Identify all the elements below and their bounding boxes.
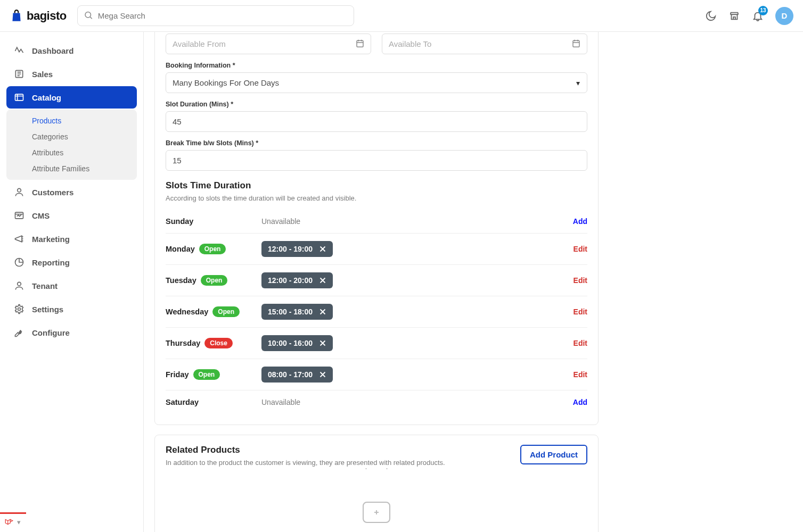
day-column: Sunday — [166, 217, 251, 226]
slot-content: Unavailable — [261, 217, 562, 226]
sidebar-item-configure[interactable]: Configure — [6, 321, 137, 344]
slot-row: WednesdayOpen15:00 - 18:00Edit — [166, 296, 587, 327]
remove-slot-icon[interactable] — [318, 370, 327, 379]
sidebar-item-label: Tenant — [32, 281, 58, 290]
day-column: WednesdayOpen — [166, 306, 251, 317]
edit-slot-button[interactable]: Edit — [573, 370, 587, 379]
slot-row: SundayUnavailableAdd — [166, 210, 587, 233]
sidebar-item-dashboard[interactable]: Dashboard — [6, 39, 137, 62]
available-to-input[interactable] — [382, 34, 587, 54]
search-input[interactable] — [77, 5, 354, 26]
sidebar-item-settings[interactable]: Settings — [6, 298, 137, 320]
sidebar-item-marketing[interactable]: Marketing — [6, 228, 137, 250]
day-column: TuesdayOpen — [166, 275, 251, 286]
slot-row: FridayOpen08:00 - 17:00Edit — [166, 359, 587, 390]
svg-rect-9 — [357, 40, 363, 47]
edit-slot-button[interactable]: Edit — [573, 276, 587, 285]
add-slot-button[interactable]: Add — [573, 217, 587, 226]
svg-rect-10 — [573, 40, 579, 47]
storefront-icon[interactable] — [728, 10, 740, 22]
time-slot-chip: 12:00 - 19:00 — [261, 241, 333, 257]
slot-row: ThursdayClose10:00 - 16:00Edit — [166, 327, 587, 359]
related-products-card: Related Products In addition to the prod… — [154, 435, 599, 532]
status-badge: Open — [201, 275, 228, 286]
booking-card: Booking Information * Many Bookings For … — [154, 32, 599, 425]
sidebar-subitem-attributes[interactable]: Attributes — [6, 145, 137, 161]
remove-slot-icon[interactable] — [318, 307, 327, 317]
day-column: ThursdayClose — [166, 338, 251, 348]
slot-content: 12:00 - 20:00 — [261, 272, 563, 288]
placeholder-dots: ·· — [166, 467, 587, 470]
bag-icon — [10, 9, 23, 23]
slot-duration-input[interactable] — [166, 111, 587, 132]
remove-slot-icon[interactable] — [318, 244, 327, 254]
slots-subtitle: According to slots the time duration wil… — [166, 194, 587, 202]
sidebar-subitem-attribute-families[interactable]: Attribute Families — [6, 161, 137, 177]
unavailable-text: Unavailable — [261, 217, 300, 226]
notification-count-badge: 13 — [758, 6, 768, 15]
svg-point-4 — [18, 188, 21, 192]
day-name: Thursday — [166, 339, 200, 347]
sidebar-item-tenant[interactable]: Tenant — [6, 275, 137, 297]
svg-point-7 — [18, 282, 21, 286]
sidebar-item-sales[interactable]: Sales — [6, 63, 137, 85]
edit-slot-button[interactable]: Edit — [573, 245, 587, 253]
empty-product-placeholder-icon — [363, 502, 390, 523]
sidebar-item-label: Sales — [32, 70, 53, 79]
sidebar-subnav-catalog: Products Categories Attributes Attribute… — [6, 110, 137, 180]
time-slot-text: 08:00 - 17:00 — [268, 370, 313, 379]
edit-slot-button[interactable]: Edit — [573, 307, 587, 316]
chevron-down-icon: ▾ — [17, 518, 21, 526]
sidebar-item-label: Catalog — [32, 93, 61, 102]
booking-info-select[interactable]: Many Bookings For One Days — [166, 72, 587, 93]
available-from-input[interactable] — [166, 34, 371, 54]
calendar-icon[interactable] — [571, 38, 581, 49]
slot-row: MondayOpen12:00 - 19:00Edit — [166, 233, 587, 264]
add-product-button[interactable]: Add Product — [520, 445, 587, 464]
sidebar-item-catalog[interactable]: Catalog — [6, 86, 137, 109]
brand-name: bagisto — [27, 9, 67, 23]
break-time-label: Break Time b/w Slots (Mins) * — [166, 139, 587, 147]
break-time-input[interactable] — [166, 150, 587, 171]
edit-slot-button[interactable]: Edit — [573, 339, 587, 347]
user-avatar[interactable]: D — [775, 7, 793, 25]
slot-duration-label: Slot Duration (Mins) * — [166, 101, 587, 108]
status-badge: Open — [212, 306, 240, 317]
day-name: Wednesday — [166, 307, 208, 316]
status-badge: Open — [199, 244, 226, 254]
dark-mode-icon[interactable] — [705, 10, 717, 22]
slot-content: 10:00 - 16:00 — [261, 335, 563, 351]
sidebar-item-label: Configure — [32, 328, 70, 337]
notifications-icon[interactable]: 13 — [752, 10, 764, 22]
day-column: MondayOpen — [166, 244, 251, 254]
time-slot-chip: 10:00 - 16:00 — [261, 335, 333, 351]
remove-slot-icon[interactable] — [318, 276, 327, 285]
sidebar-item-cms[interactable]: CMS — [6, 204, 137, 227]
sidebar-item-label: Customers — [32, 188, 73, 197]
laravel-debug-badge[interactable]: ▾ — [0, 512, 26, 529]
sidebar-subitem-categories[interactable]: Categories — [6, 129, 137, 145]
slot-content: Unavailable — [261, 398, 562, 406]
time-slot-text: 12:00 - 19:00 — [268, 245, 313, 253]
add-slot-button[interactable]: Add — [573, 398, 587, 406]
booking-info-label: Booking Information * — [166, 62, 587, 69]
day-name: Saturday — [166, 398, 199, 406]
day-name: Tuesday — [166, 276, 196, 285]
related-subtitle: In addition to the product the customer … — [166, 459, 445, 467]
remove-slot-icon[interactable] — [318, 338, 327, 348]
main-content: Booking Information * Many Bookings For … — [144, 32, 803, 532]
slots-title: Slots Time Duration — [166, 180, 587, 191]
calendar-icon[interactable] — [355, 38, 365, 49]
search-icon — [84, 10, 93, 21]
sidebar-item-label: Dashboard — [32, 46, 73, 55]
global-search — [77, 5, 354, 26]
brand-logo[interactable]: bagisto — [10, 9, 67, 23]
time-slot-chip: 15:00 - 18:00 — [261, 304, 333, 320]
sidebar-item-customers[interactable]: Customers — [6, 181, 137, 203]
sidebar-item-reporting[interactable]: Reporting — [6, 251, 137, 273]
slot-content: 12:00 - 19:00 — [261, 241, 563, 257]
slot-content: 08:00 - 17:00 — [261, 367, 563, 383]
unavailable-text: Unavailable — [261, 398, 300, 406]
status-badge: Close — [204, 338, 233, 348]
sidebar-subitem-products[interactable]: Products — [6, 113, 137, 129]
